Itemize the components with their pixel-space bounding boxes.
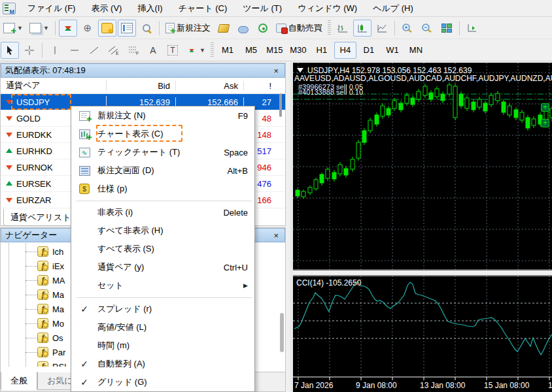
navigator-item-ma[interactable]: ƒMa [37, 302, 64, 316]
candlestick-chart-button[interactable] [353, 20, 371, 37]
new-chart-button[interactable]: ▼ [1, 20, 26, 37]
svg-text:E: E [116, 51, 119, 56]
menu-item-5[interactable]: ツール (T) [235, 1, 290, 16]
navigator-toggle[interactable] [98, 20, 116, 37]
quick-trade-plus-icon[interactable]: + [541, 103, 549, 112]
context-menu-item-13[interactable]: 高値/安値 (L) [71, 318, 254, 336]
text-tool[interactable]: A [144, 42, 162, 59]
menu-item-7[interactable]: ヘルプ (H) [365, 1, 421, 16]
timeframe-h1[interactable]: H1 [311, 42, 333, 59]
navigator-item-mo[interactable]: ƒMo [37, 316, 64, 331]
data-window-button[interactable]: ⊕ [78, 20, 97, 37]
column-header-bid[interactable]: Bid [107, 81, 176, 91]
navigator-item-ma[interactable]: ƒMa [37, 287, 64, 302]
context-menu-item-1[interactable]: チャート表示 (C) [71, 125, 254, 143]
new-order-button[interactable]: 新規注文 [163, 20, 213, 37]
line-chart-button[interactable] [373, 20, 391, 37]
timeframe-m15[interactable]: M15 [264, 42, 286, 59]
context-menu-item-12[interactable]: ✓スプレッド (r) [71, 300, 254, 318]
timeframe-m1[interactable]: M1 [216, 42, 239, 59]
chevron-down-icon[interactable]: ▼ [17, 25, 23, 31]
vertical-line-tool[interactable] [46, 42, 64, 59]
context-menu-item-10[interactable]: セット▶ [71, 276, 254, 295]
terminal-list-icon [121, 23, 133, 33]
close-icon[interactable]: × [271, 66, 281, 76]
profiles-button[interactable]: ▼ [27, 20, 52, 37]
menu-item-4[interactable]: チャート (C) [171, 1, 235, 16]
context-menu-item-8[interactable]: すべて表示 (S) [71, 240, 254, 258]
signals-button[interactable] [254, 20, 272, 37]
timeframe-m5[interactable]: M5 [240, 42, 262, 59]
chart-shift-button[interactable] [463, 20, 481, 37]
close-icon[interactable]: × [271, 231, 281, 240]
menu-item-1[interactable]: ファイル (F) [20, 1, 83, 16]
context-menu-item-9[interactable]: 通貨ペア (y)Ctrl+U [71, 258, 254, 276]
candle-body [447, 85, 451, 94]
metaeditor-button[interactable] [215, 20, 233, 37]
toolbar-drag-handle[interactable] [211, 42, 214, 58]
bar-chart-button[interactable] [334, 20, 352, 37]
context-menu-item-3[interactable]: 板注文画面 (D)Alt+B [71, 161, 254, 180]
navigator-item-par[interactable]: ƒPar [37, 345, 65, 359]
tab-common[interactable]: 全般 [1, 372, 37, 390]
equidistant-channel-tool[interactable]: E [105, 42, 123, 59]
mql5-community-button[interactable] [234, 20, 252, 37]
x-axis-label-3: 13 Jan 08:00 [420, 381, 465, 390]
candlestick-chart[interactable] [293, 63, 552, 392]
strategy-tester-button[interactable] [137, 20, 156, 37]
chevron-down-icon[interactable]: ▼ [43, 25, 49, 31]
context-menu-item-16[interactable]: ✓グリッド (G) [71, 373, 254, 391]
quick-trade-plus-icon[interactable]: + [541, 119, 549, 127]
market-watch-titlebar[interactable]: 気配値表示: 07:48:19 × [1, 63, 285, 78]
menu-separator [71, 198, 254, 203]
terminal-toggle[interactable] [118, 20, 136, 37]
navigator-item-ma[interactable]: ƒMA [37, 273, 65, 287]
navigator-item-label: Ich [52, 247, 63, 257]
context-menu-item-0[interactable]: 新規注文 (N)F9 [71, 106, 254, 125]
navigator-item-os[interactable]: ƒOs [37, 331, 63, 345]
menu-item-6[interactable]: ウィンドウ (W) [290, 1, 365, 16]
context-menu-item-2[interactable]: ∿ティックチャート (T)Space [71, 143, 254, 161]
horizontal-line-tool[interactable] [65, 42, 84, 59]
navigator-item-label: Ma [52, 290, 64, 300]
market-watch-icon [62, 23, 74, 33]
chart-window[interactable]: USDJPY,H4 152.978 153.056 152.463 152.63… [290, 63, 552, 392]
timeframe-d1[interactable]: D1 [358, 42, 380, 59]
column-header-ask[interactable]: Ask [176, 81, 244, 91]
market-watch-header: 通貨ペアBidAsk! [1, 78, 285, 94]
panel-splitter[interactable] [293, 270, 552, 275]
timeframe-w1[interactable]: W1 [381, 42, 404, 59]
navigator-item-iex[interactable]: ƒiEx [37, 259, 64, 273]
column-header-symbol[interactable]: 通貨ペア [1, 80, 107, 91]
cursor-tool-button[interactable] [1, 42, 19, 59]
timeframe-mn[interactable]: MN [405, 42, 427, 59]
context-menu-item-4[interactable]: $仕様 (p) [71, 180, 254, 198]
zoom-in-button[interactable] [398, 20, 417, 37]
timeframe-m30[interactable]: M30 [287, 42, 309, 59]
tile-windows-button[interactable] [438, 20, 456, 37]
column-header-spread[interactable]: ! [244, 81, 275, 91]
market-watch-toggle[interactable] [59, 20, 77, 37]
navigator-item-rsi[interactable]: ƒRSI [37, 359, 67, 367]
crosshair-tool-button[interactable] [20, 42, 39, 59]
market-watch-scrollbar[interactable] [278, 82, 283, 222]
context-menu-item-14[interactable]: 時間 (m) [71, 336, 254, 355]
arrow-down-icon [6, 165, 12, 173]
tab-symbol-list[interactable]: 通貨ペアリスト [3, 209, 78, 226]
toolbar-drag-handle[interactable] [328, 20, 331, 36]
arrows-tool-button[interactable]: ▼ [183, 42, 208, 59]
fibonacci-tool[interactable]: F [124, 42, 143, 59]
context-menu-item-15[interactable]: ✓自動整列 (A) [71, 355, 254, 373]
navigator-scrollbar[interactable] [280, 313, 284, 352]
text-label-tool[interactable]: T [164, 42, 182, 59]
menu-item-2[interactable]: 表示 (V) [83, 1, 129, 16]
chevron-down-icon[interactable]: ▼ [199, 47, 205, 54]
context-menu-item-7[interactable]: すべて非表示 (H) [71, 221, 254, 240]
navigator-item-ich[interactable]: ƒIch [37, 244, 63, 259]
menu-item-3[interactable]: 挿入(I) [129, 1, 170, 16]
trendline-tool[interactable] [85, 42, 103, 59]
context-menu-item-6[interactable]: 非表示 (i)Delete [71, 203, 254, 221]
zoom-out-button[interactable] [418, 20, 436, 37]
auto-trading-button[interactable]: 自動売買 [273, 20, 325, 37]
timeframe-h4[interactable]: H4 [334, 42, 356, 59]
